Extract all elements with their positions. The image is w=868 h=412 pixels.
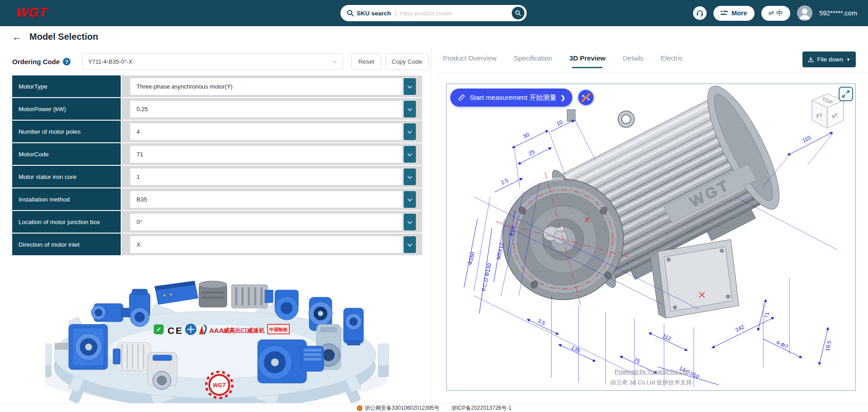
motor-3d-model[interactable]: WGT [447, 84, 855, 390]
form-row-motor-code: MotorCode 71 [12, 143, 422, 165]
dropdown-button[interactable] [404, 123, 416, 140]
ordering-code-select[interactable]: Y711-4-B35-0°-X [82, 53, 343, 70]
ordering-code-row: Ordering Code ? Y711-4-B35-0°-X Reset Co… [12, 53, 429, 70]
dim-label: 3.5 [537, 318, 546, 327]
ce-mark: CE [167, 325, 183, 336]
footer: 浙公网安备33010602012395号 浙ICP备2022013726号-1 [0, 403, 868, 412]
copy-code-button[interactable]: Copy Code [385, 53, 429, 70]
page-title: Model Selection [29, 32, 98, 42]
emblem-icon [357, 405, 363, 411]
support-headset-icon[interactable] [693, 6, 707, 20]
reset-button[interactable]: Reset [351, 53, 381, 70]
chevron-down-icon [407, 127, 412, 136]
tab-electric[interactable]: Electric [660, 54, 683, 68]
row-value-select[interactable]: 1 [130, 169, 402, 185]
search-divider: | [395, 9, 396, 17]
row-label: Location of motor junction box [12, 211, 121, 233]
product-collage-image: ✓ CE AAA 威高出口减速机 中国制造 WGT [45, 267, 393, 403]
language-toggle[interactable]: ⇌ 中 [761, 6, 791, 21]
page-header: ← Model Selection [0, 26, 868, 47]
form-row-installation: Installation method B35 [12, 188, 422, 210]
file-down-label: File down [817, 56, 843, 63]
start-measurement-label: Start measurement 开始测量 [470, 94, 557, 102]
chevron-down-icon [407, 82, 412, 90]
top-bar-right: More ⇌ 中 592*****.com [693, 0, 857, 26]
fullscreen-expand-icon[interactable] [839, 87, 853, 101]
selection-form: MotorType Three-phase asynchronous motor… [12, 75, 422, 256]
search-submit-button[interactable] [512, 7, 524, 19]
dim-label: Φ160 [467, 251, 476, 266]
sku-search-label: SKU search [357, 10, 391, 17]
row-value-select[interactable]: 0.25 [130, 101, 402, 117]
sku-search-bar: SKU search | [340, 5, 527, 21]
form-row-junction-box: Location of motor junction box 0° [12, 211, 422, 233]
dim-label: 30 [522, 131, 531, 140]
3d-viewer-canvas[interactable]: Start measurement 开始测量 ❯ TOP [446, 84, 856, 391]
tab-specification[interactable]: Specification [514, 54, 552, 68]
row-label: MotorCode [12, 143, 121, 165]
dropdown-button[interactable] [404, 101, 416, 117]
row-label: Number of motor poles [12, 121, 121, 142]
language-label: 中 [776, 9, 783, 18]
row-value-select[interactable]: 4 [130, 123, 402, 140]
chevron-right-icon: ❯ [561, 94, 566, 101]
dropdown-button[interactable] [404, 78, 416, 95]
dim-label: 110 [801, 134, 812, 144]
dropdown-button[interactable] [404, 236, 416, 253]
form-row-motor-inlet: Direction of motor inlet X [12, 234, 422, 255]
row-value-select[interactable]: B35 [130, 191, 402, 208]
tab-3d-preview[interactable]: 3D Preview [569, 54, 605, 68]
form-row-motor-poles: Number of motor poles 4 [12, 121, 422, 142]
page: WGT SKU search | More ⇌ [0, 0, 868, 412]
aaa-badge: AAA [209, 327, 224, 334]
tab-details[interactable]: Details [623, 54, 643, 68]
dim-label: 75 [633, 356, 641, 365]
rohs-check-icon: ✓ [156, 326, 161, 333]
brand-cn-text: 威高出口减速机 [223, 327, 265, 334]
chevron-down-icon [407, 173, 412, 181]
dropdown-button[interactable] [404, 191, 416, 208]
search-input[interactable] [400, 10, 509, 17]
dim-label: 4-Φ7 [775, 339, 789, 350]
tab-product-overview[interactable]: Product Overview [443, 54, 496, 68]
dropdown-button[interactable] [404, 214, 416, 230]
powered-by-link[interactable]: Powered by Yunqi3d Co.Ltd [447, 368, 855, 375]
row-value-select[interactable]: 0° [130, 214, 402, 230]
cube-face-front: FT [816, 112, 823, 119]
dropdown-button[interactable] [404, 146, 416, 163]
chevron-down-icon [407, 195, 412, 203]
more-button[interactable]: More [713, 6, 755, 21]
measure-tool-icon[interactable] [577, 89, 595, 107]
dim-label: 135 [570, 344, 581, 354]
row-value-select[interactable]: 71 [130, 146, 402, 163]
start-measurement-button[interactable]: Start measurement 开始测量 ❯ [450, 89, 572, 107]
row-value-select[interactable]: X [130, 236, 402, 253]
made-in-china-stamp: 中国制造 [269, 327, 288, 332]
help-icon[interactable]: ? [63, 58, 71, 66]
dim-label: 25 [528, 149, 536, 157]
back-arrow-icon[interactable]: ← [12, 32, 22, 42]
row-label: Installation method [12, 188, 121, 210]
svg-text:WGT: WGT [213, 382, 226, 389]
caret-down-icon: ▼ [846, 57, 850, 62]
dim-label: P.C.D Φ130 [481, 262, 493, 292]
row-label: MotorType [12, 75, 121, 97]
brand-logo[interactable]: WGT [15, 5, 48, 20]
row-label: MotorPower (kW) [12, 98, 121, 120]
ordering-code-label: Ordering Code [12, 58, 60, 66]
top-bar: WGT SKU search | More ⇌ [0, 0, 868, 26]
dropdown-button[interactable] [404, 169, 416, 185]
police-beian-link[interactable]: 浙公网安备33010602012395号 [357, 404, 439, 412]
row-value-select[interactable]: Three-phase asynchronous motor(Y) [130, 78, 402, 95]
user-avatar[interactable] [797, 5, 812, 21]
download-icon [808, 56, 814, 62]
detail-panel: Product Overview Specification 3D Previe… [432, 47, 868, 403]
dim-label: 19.5 [824, 340, 833, 351]
language-swap-icon: ⇌ [769, 9, 774, 17]
detail-tabs: Product Overview Specification 3D Previe… [443, 54, 683, 68]
ordering-code-value: Y711-4-B35-0°-X [88, 58, 132, 65]
account-email[interactable]: 592*****.com [819, 9, 857, 17]
chevron-down-icon [332, 60, 337, 63]
file-down-button[interactable]: File down ▼ [802, 52, 856, 67]
icp-beian-link[interactable]: 浙ICP备2022013726号-1 [451, 404, 511, 412]
